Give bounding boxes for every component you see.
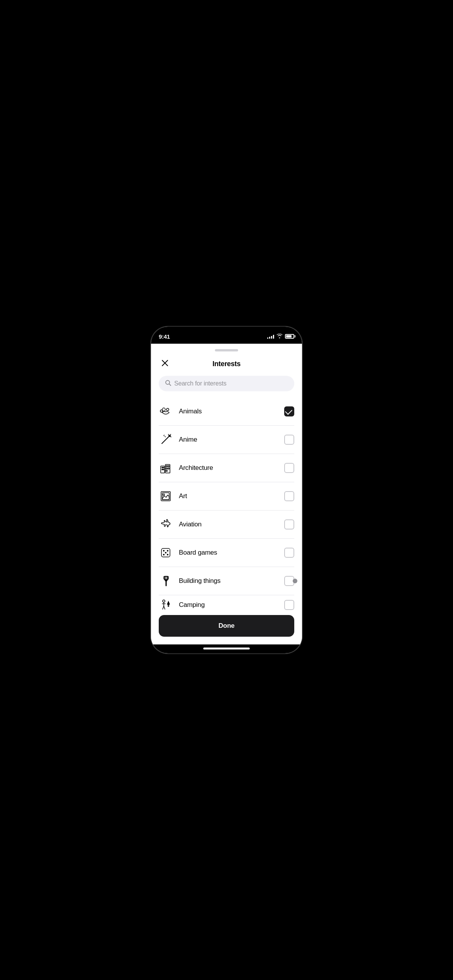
interest-item-board-games[interactable]: Board games <box>159 539 294 567</box>
svg-line-13 <box>165 436 165 437</box>
status-bar: 9:41 <box>151 327 302 344</box>
interest-item-camping[interactable]: Camping <box>159 595 294 610</box>
search-bar[interactable]: Search for interests <box>159 376 294 391</box>
svg-point-5 <box>166 408 169 411</box>
status-time: 9:41 <box>159 333 170 340</box>
interest-item-art[interactable]: Art <box>159 482 294 511</box>
checkbox-architecture[interactable] <box>284 463 294 473</box>
svg-line-7 <box>162 438 168 444</box>
svg-line-12 <box>170 437 171 437</box>
svg-line-3 <box>169 384 171 385</box>
animals-icon <box>159 404 173 418</box>
svg-line-11 <box>170 434 171 435</box>
art-icon <box>159 489 173 503</box>
phone-frame: 9:41 <box>151 327 302 653</box>
svg-point-34 <box>163 554 165 555</box>
svg-rect-22 <box>168 466 169 467</box>
interest-item-anime[interactable]: Anime <box>159 426 294 454</box>
sheet-handle <box>215 349 238 351</box>
svg-rect-19 <box>163 469 164 470</box>
svg-rect-24 <box>168 468 169 469</box>
svg-point-32 <box>167 554 168 555</box>
checkbox-anime[interactable] <box>284 435 294 445</box>
interest-item-architecture[interactable]: Architecture <box>159 454 294 482</box>
svg-rect-25 <box>166 470 167 471</box>
checkbox-camping[interactable] <box>284 600 294 610</box>
scroll-indicator <box>293 579 297 583</box>
close-button[interactable] <box>159 357 171 369</box>
svg-point-28 <box>163 494 165 495</box>
search-container: Search for interests <box>151 373 302 397</box>
svg-rect-16 <box>162 467 163 468</box>
wifi-icon <box>276 333 283 339</box>
status-icons <box>267 333 294 339</box>
svg-rect-23 <box>166 468 167 469</box>
home-indicator <box>151 644 302 653</box>
search-placeholder: Search for interests <box>174 380 226 387</box>
done-btn-container: Done <box>151 610 302 644</box>
modal-sheet: Interests Search for interests <box>151 353 302 644</box>
interest-label-art: Art <box>179 492 284 500</box>
svg-point-30 <box>163 550 165 552</box>
battery-icon <box>285 334 294 339</box>
interest-label-board-games: Board games <box>179 549 284 557</box>
aviation-icon <box>159 517 173 531</box>
interests-list: Animals <box>151 397 302 610</box>
interest-item-animals[interactable]: Animals <box>159 397 294 426</box>
svg-point-31 <box>165 552 166 553</box>
interest-item-building-things[interactable]: Building things <box>159 567 294 595</box>
checkbox-aviation[interactable] <box>284 519 294 529</box>
interest-label-architecture: Architecture <box>179 464 284 472</box>
svg-line-43 <box>164 606 165 609</box>
building-things-icon <box>159 574 173 588</box>
interest-item-aviation[interactable]: Aviation <box>159 511 294 539</box>
anime-icon <box>159 433 173 447</box>
interest-label-aviation: Aviation <box>179 521 284 528</box>
svg-line-42 <box>163 606 164 609</box>
svg-point-6 <box>160 410 163 412</box>
signal-icon <box>267 334 274 339</box>
svg-point-33 <box>167 550 168 552</box>
svg-rect-45 <box>168 605 169 607</box>
camping-icon <box>159 598 173 610</box>
svg-line-14 <box>164 435 164 436</box>
architecture-icon <box>159 461 173 475</box>
sheet-title: Interests <box>213 360 240 368</box>
interest-label-animals: Animals <box>179 408 284 415</box>
interest-label-building-things: Building things <box>179 577 284 585</box>
search-icon <box>165 380 171 387</box>
interest-label-anime: Anime <box>179 436 284 444</box>
svg-point-9 <box>169 435 170 437</box>
done-button[interactable]: Done <box>159 615 294 637</box>
svg-rect-17 <box>163 467 164 468</box>
checkbox-art[interactable] <box>284 491 294 501</box>
checkbox-board-games[interactable] <box>284 548 294 558</box>
svg-rect-18 <box>162 469 163 470</box>
home-bar <box>203 648 250 649</box>
svg-rect-21 <box>166 466 167 467</box>
board-games-icon <box>159 546 173 560</box>
sheet-header: Interests <box>151 353 302 373</box>
svg-marker-44 <box>167 601 170 605</box>
interest-label-camping: Camping <box>179 601 284 609</box>
checkbox-animals[interactable] <box>284 406 294 416</box>
svg-point-39 <box>163 600 165 602</box>
